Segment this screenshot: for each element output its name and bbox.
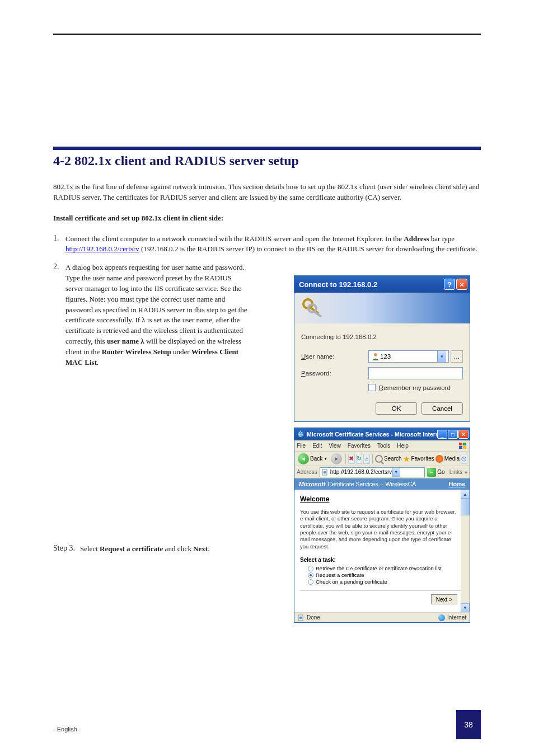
next-button[interactable]: Next > <box>431 594 457 604</box>
keys-icon <box>300 296 325 321</box>
remember-checkbox[interactable] <box>368 384 376 391</box>
menu-favorites[interactable]: Favorites <box>348 443 371 449</box>
refresh-button[interactable]: ↻ <box>356 454 363 464</box>
address-input[interactable]: http://192.168.0.2/certsrv ▼ <box>320 467 425 477</box>
close-button[interactable]: × <box>456 279 467 290</box>
maximize-button[interactable]: □ <box>448 430 458 439</box>
ie-titlebar: Microsoft Certificate Services - Microso… <box>294 428 470 440</box>
ok-button[interactable]: OK <box>376 402 417 415</box>
subhead: Install certificate and set up 802.1x cl… <box>53 213 481 224</box>
close-button[interactable]: × <box>458 430 469 439</box>
step-number: Step 3. <box>53 544 80 553</box>
password-input[interactable] <box>368 367 463 379</box>
address-label: Address <box>297 469 317 475</box>
banner-text: Certificate Services -- WirelessCA <box>327 481 416 487</box>
menu-file[interactable]: File <box>297 443 306 449</box>
step-1: 1. Connect the client computer to a netw… <box>53 234 481 255</box>
cancel-button[interactable]: Cancel <box>421 402 463 415</box>
remember-label: Remember my password <box>379 384 451 391</box>
connect-dialog: Connect to 192.168.0.2 ? × Connecting to… <box>294 275 470 422</box>
scroll-up-icon[interactable]: ▲ <box>461 490 470 499</box>
browse-button[interactable]: … <box>451 350 463 363</box>
task-option-pending[interactable]: Check on a pending certificate <box>308 579 461 585</box>
history-button[interactable]: ◷ <box>461 454 467 464</box>
status-done: Done <box>307 614 320 621</box>
dialog-banner <box>294 293 470 323</box>
ie-statusbar: Done Internet <box>294 612 470 622</box>
favorites-button[interactable]: ★ Favorites <box>403 454 434 463</box>
svg-point-4 <box>374 353 377 356</box>
svg-rect-8 <box>459 446 462 449</box>
windows-flag-icon <box>458 442 467 450</box>
welcome-heading: Welcome <box>300 495 461 503</box>
ie-window: Microsoft Certificate Services - Microso… <box>294 428 470 623</box>
scrollbar[interactable]: ▲ ▼ <box>461 490 470 612</box>
menu-view[interactable]: View <box>329 443 341 449</box>
dropdown-icon[interactable]: ▼ <box>437 351 446 362</box>
globe-icon <box>438 614 445 621</box>
svg-rect-9 <box>463 446 466 449</box>
welcome-description: You use this web site to request a certi… <box>300 509 461 550</box>
certsrv-banner: Microsoft Certificate Services -- Wirele… <box>294 478 470 490</box>
horizontal-rule <box>53 34 481 35</box>
username-label: User name: <box>301 353 368 360</box>
stop-button[interactable]: ✖ <box>348 454 355 464</box>
help-button[interactable]: ? <box>444 279 455 290</box>
minimize-button[interactable]: _ <box>437 430 447 439</box>
svg-rect-6 <box>459 443 462 445</box>
address-value: http://192.168.0.2/certsrv <box>330 469 392 475</box>
ie-menubar: File Edit View Favorites Tools Help <box>294 440 470 452</box>
media-button[interactable]: Media <box>435 455 460 463</box>
step-1-text: Connect the client computer to a network… <box>65 234 481 255</box>
task-heading: Select a task: <box>300 557 461 563</box>
separator <box>345 454 346 464</box>
home-button[interactable]: ⌂ <box>363 454 370 464</box>
intro-paragraph: 802.1x is the first line of defense agai… <box>53 182 481 203</box>
ie-title: Microsoft Certificate Services - Microso… <box>307 431 437 438</box>
scroll-thumb[interactable] <box>461 499 470 515</box>
ie-content: Microsoft Certificate Services -- Wirele… <box>294 478 470 612</box>
username-input[interactable]: 123 ▼ <box>368 350 449 363</box>
go-icon: → <box>427 468 436 477</box>
page-number: 38 <box>456 710 481 739</box>
address-dropdown-icon[interactable]: ▼ <box>392 468 400 477</box>
links-label[interactable]: Links <box>449 469 462 475</box>
ie-toolbar: ◄ Back ▼ ► ✖ ↻ ⌂ Search ★ Favorites Medi… <box>294 452 470 466</box>
svg-rect-7 <box>463 443 466 445</box>
section-heading: 4-2 802.1x client and RADIUS server setu… <box>53 153 481 168</box>
connecting-text: Connecting to 192.168.0.2 <box>301 334 463 340</box>
banner-microsoft: Microsoft <box>299 481 325 487</box>
menu-tools[interactable]: Tools <box>377 443 390 449</box>
task-option-request[interactable]: Request a certificate <box>308 572 461 578</box>
step-number: 1. <box>53 234 65 243</box>
radio-icon <box>308 566 313 571</box>
home-link[interactable]: Home <box>449 481 465 487</box>
step-2-text: A dialog box appears requesting for user… <box>65 262 250 368</box>
svg-point-13 <box>299 616 302 619</box>
search-icon <box>375 455 383 463</box>
forward-button[interactable]: ► <box>330 453 343 464</box>
search-button[interactable]: Search <box>375 455 402 463</box>
menu-edit[interactable]: Edit <box>312 443 322 449</box>
step-number: 2. <box>53 262 65 271</box>
page-icon <box>298 614 305 621</box>
section-rule <box>53 147 481 150</box>
dialog-body: Connecting to 192.168.0.2 User name: 123… <box>294 323 470 421</box>
page-icon <box>322 469 329 476</box>
status-zone: Internet <box>447 614 466 621</box>
media-icon <box>435 455 443 463</box>
star-icon: ★ <box>403 454 410 463</box>
menu-help[interactable]: Help <box>397 443 409 449</box>
step-3-text: Select Request a certificate and click N… <box>80 544 265 555</box>
go-button[interactable]: → Go <box>427 468 444 477</box>
scroll-down-icon[interactable]: ▼ <box>461 603 470 612</box>
task-option-retrieve[interactable]: Retrieve the CA certificate or certifica… <box>308 565 461 571</box>
username-value: 123 <box>380 353 391 360</box>
svg-point-11 <box>323 471 326 473</box>
certsrv-link[interactable]: http://192.168.0.2/certsrv <box>65 245 139 253</box>
address-bar: Address http://192.168.0.2/certsrv ▼ → G… <box>294 466 470 478</box>
dialog-title: Connect to 192.168.0.2 <box>299 280 443 289</box>
radio-icon <box>308 579 313 585</box>
separator <box>372 454 373 464</box>
back-button[interactable]: ◄ Back ▼ <box>297 453 329 464</box>
